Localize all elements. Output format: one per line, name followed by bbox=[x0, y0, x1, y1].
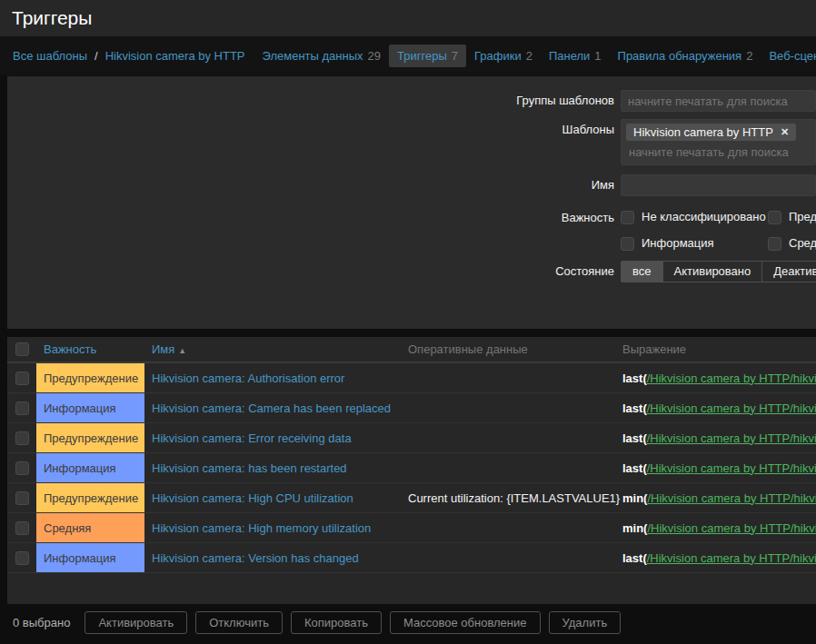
checkbox-icon[interactable] bbox=[621, 237, 634, 251]
expression-function: last( bbox=[622, 401, 647, 415]
row-checkbox[interactable] bbox=[15, 431, 29, 445]
table-row: Предупреждение Hikvision camera: Authori… bbox=[7, 363, 816, 393]
expression-function: last( bbox=[622, 551, 647, 565]
tab-items[interactable]: Элементы данных29 bbox=[254, 45, 389, 67]
checkbox-icon[interactable] bbox=[768, 237, 781, 251]
expression-item-link[interactable]: /Hikvision camera by HTTP/hikvisio bbox=[647, 551, 816, 565]
breadcrumb-all-templates[interactable]: Все шаблоны bbox=[13, 49, 87, 63]
state-label: Состояние bbox=[7, 261, 614, 282]
expression-item-link[interactable]: /Hikvision camera by HTTP/hikvisio bbox=[647, 521, 816, 535]
filter-row-templates: Шаблоны Hikvision camera by HTTP ✕ начни… bbox=[7, 119, 816, 165]
template-chip[interactable]: Hikvision camera by HTTP ✕ bbox=[626, 124, 796, 141]
tab-graphs-count: 2 bbox=[526, 49, 532, 63]
severity-option-information[interactable]: Информация bbox=[621, 233, 768, 253]
expression-item-link[interactable]: /Hikvision camera by HTTP/hikvisio bbox=[647, 401, 816, 415]
breadcrumb-separator: / bbox=[95, 49, 98, 63]
severity-badge: Предупреждение bbox=[36, 363, 144, 392]
row-checkbox[interactable] bbox=[15, 491, 29, 505]
nav-bar: Все шаблоны / Hikvision camera by HTTP Э… bbox=[0, 36, 816, 75]
expression-item-link[interactable]: /Hikvision camera by HTTP/hikvisio bbox=[647, 372, 816, 385]
enable-button[interactable]: Активировать bbox=[85, 611, 187, 634]
remove-icon[interactable]: ✕ bbox=[781, 127, 789, 137]
filter-row-template-groups: Группы шаблонов bbox=[7, 90, 816, 112]
trigger-name-link[interactable]: Hikvision camera: High CPU utilization bbox=[152, 491, 353, 505]
title-bar: Триггеры bbox=[0, 0, 816, 36]
expression-function: last( bbox=[622, 431, 647, 445]
delete-button[interactable]: Удалить bbox=[549, 611, 622, 634]
select-all-checkbox[interactable] bbox=[15, 342, 29, 356]
filter-panel: Группы шаблонов Шаблоны Hikvision camera… bbox=[7, 76, 816, 329]
checkbox-icon[interactable] bbox=[621, 211, 634, 224]
row-checkbox[interactable] bbox=[15, 372, 29, 385]
severity-badge: Информация bbox=[36, 393, 144, 422]
filter-row-name: Имя bbox=[7, 174, 816, 196]
expression-item-link[interactable]: /Hikvision camera by HTTP/hikvisio bbox=[647, 461, 816, 475]
page-title: Триггеры bbox=[12, 7, 92, 29]
row-checkbox[interactable] bbox=[15, 551, 29, 565]
expression-item-link[interactable]: /Hikvision camera by HTTP/hikvisio bbox=[647, 431, 816, 445]
row-checkbox[interactable] bbox=[15, 461, 29, 475]
severity-badge: Предупреждение bbox=[36, 483, 144, 512]
state-option-enabled[interactable]: Активировано bbox=[663, 262, 763, 282]
trigger-name-link[interactable]: Hikvision camera: Version has changed bbox=[152, 551, 359, 565]
templates-placeholder: начните печатать для поиска bbox=[626, 145, 811, 159]
template-groups-label: Группы шаблонов bbox=[7, 90, 614, 112]
tab-graphs[interactable]: Графики2 bbox=[466, 45, 541, 67]
disable-button[interactable]: Отключить bbox=[195, 611, 283, 634]
name-input[interactable] bbox=[621, 174, 816, 196]
header-name[interactable]: Имя bbox=[152, 342, 174, 356]
state-option-all[interactable]: все bbox=[622, 262, 663, 282]
severity-option-average[interactable]: Средняя bbox=[768, 233, 816, 253]
tab-triggers-count: 7 bbox=[452, 49, 458, 63]
severity-option-warning[interactable]: Предупреждение bbox=[768, 207, 816, 227]
header-severity[interactable]: Важность bbox=[44, 342, 96, 356]
trigger-name-link[interactable]: Hikvision camera: High memory utilizatio… bbox=[152, 521, 371, 535]
copy-button[interactable]: Копировать bbox=[291, 611, 382, 634]
triggers-table: Важность Имя▲ Оперативные данные Выражен… bbox=[7, 337, 816, 604]
header-expression: Выражение bbox=[615, 342, 816, 356]
severity-badge: Информация bbox=[36, 453, 144, 482]
severity-badge: Средняя bbox=[36, 513, 144, 542]
row-checkbox[interactable] bbox=[15, 521, 29, 535]
severity-option-not-classified[interactable]: Не классифицировано bbox=[621, 207, 768, 227]
tabs: Элементы данных29 Триггеры7 Графики2 Пан… bbox=[254, 45, 816, 67]
tab-items-count: 29 bbox=[368, 49, 381, 63]
severity-options: Не классифицировано Предупреждение Инфор… bbox=[621, 207, 816, 253]
trigger-name-link[interactable]: Hikvision camera: Authorisation error bbox=[152, 372, 344, 385]
mass-update-button[interactable]: Массовое обновление bbox=[390, 611, 541, 634]
trigger-name-link[interactable]: Hikvision camera: Error receiving data bbox=[152, 431, 352, 445]
tab-web-scenarios[interactable]: Веб-сценарии bbox=[761, 45, 816, 67]
state-option-disabled[interactable]: Деактивировано bbox=[762, 262, 816, 282]
template-groups-input[interactable] bbox=[621, 90, 816, 112]
severity-badge: Предупреждение bbox=[36, 423, 144, 452]
expression-function: min( bbox=[622, 491, 647, 505]
template-chip-label: Hikvision camera by HTTP bbox=[633, 125, 773, 139]
tab-dashboards[interactable]: Панели1 bbox=[541, 45, 610, 67]
table-row: Информация Hikvision camera: has been re… bbox=[7, 453, 816, 483]
expression-item-link[interactable]: /Hikvision camera by HTTP/hikvisio bbox=[647, 491, 816, 505]
severity-label: Важность bbox=[7, 207, 614, 229]
trigger-name-link[interactable]: Hikvision camera: Camera has been replac… bbox=[152, 401, 391, 415]
table-header-row: Важность Имя▲ Оперативные данные Выражен… bbox=[7, 337, 816, 363]
tab-triggers[interactable]: Триггеры7 bbox=[389, 45, 466, 67]
header-opdata: Оперативные данные bbox=[401, 342, 615, 356]
tab-discovery-rules[interactable]: Правила обнаружения2 bbox=[610, 45, 761, 67]
name-label: Имя bbox=[7, 174, 614, 196]
sort-asc-icon: ▲ bbox=[178, 346, 186, 355]
filter-row-state: Состояние все Активировано Деактивирован… bbox=[7, 261, 816, 282]
expression-function: last( bbox=[622, 461, 647, 475]
action-bar: 0 выбрано Активировать Отключить Копиров… bbox=[13, 611, 816, 634]
row-checkbox[interactable] bbox=[15, 401, 29, 415]
expression-function: min( bbox=[622, 521, 647, 535]
table-row: Информация Hikvision camera: Camera has … bbox=[7, 393, 816, 423]
breadcrumb: Все шаблоны / Hikvision camera by HTTP bbox=[13, 49, 245, 63]
filter-row-severity: Важность Не классифицировано Предупрежде… bbox=[7, 207, 816, 253]
trigger-name-link[interactable]: Hikvision camera: has been restarted bbox=[152, 461, 347, 475]
templates-multiselect[interactable]: Hikvision camera by HTTP ✕ начните печат… bbox=[621, 119, 816, 165]
breadcrumb-template-name[interactable]: Hikvision camera by HTTP bbox=[105, 49, 245, 63]
operational-data: Current utilization: {ITEM.LASTVALUE1} bbox=[401, 491, 615, 505]
state-segmented-control: все Активировано Деактивировано bbox=[621, 261, 816, 282]
severity-badge: Информация bbox=[36, 543, 144, 572]
checkbox-icon[interactable] bbox=[768, 211, 781, 224]
tab-discovery-rules-count: 2 bbox=[746, 49, 752, 63]
